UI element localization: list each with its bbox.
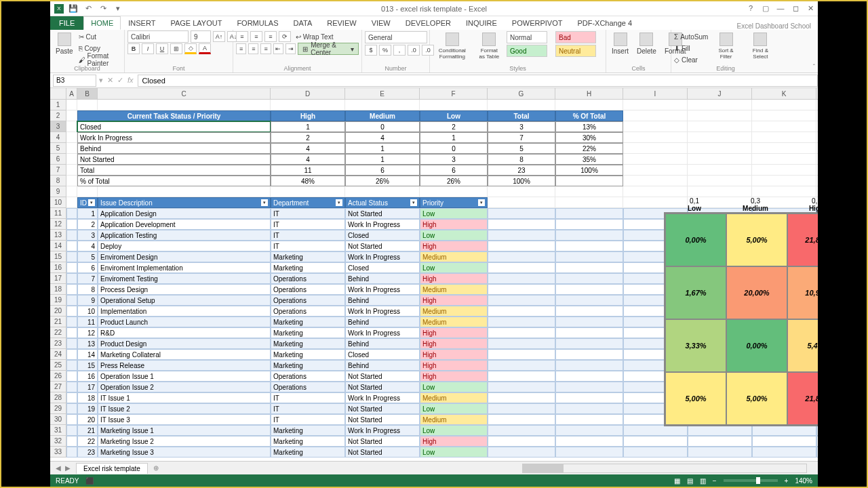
- row-header-13[interactable]: 13: [50, 230, 66, 241]
- cell-E13[interactable]: Closed: [345, 230, 420, 241]
- cell-B15[interactable]: 5: [77, 251, 98, 262]
- row-header-10[interactable]: 10: [50, 197, 66, 208]
- cell-D27[interactable]: Operations: [271, 382, 345, 392]
- cell-E28[interactable]: Work In Progress: [345, 392, 420, 403]
- cell-I4[interactable]: [623, 132, 688, 143]
- inc-decimal-icon[interactable]: .0: [408, 45, 420, 56]
- cell-J31[interactable]: [688, 425, 752, 436]
- select-all-corner[interactable]: [50, 88, 66, 100]
- cell-L31[interactable]: [816, 425, 818, 436]
- cell-H32[interactable]: [555, 436, 623, 447]
- cell-D24[interactable]: Marketing: [271, 349, 345, 360]
- cell-H26[interactable]: [555, 371, 623, 382]
- cell-H24[interactable]: [555, 349, 623, 360]
- cell-K5[interactable]: [752, 143, 816, 154]
- cell-H22[interactable]: [555, 327, 623, 338]
- cell-F26[interactable]: High: [420, 371, 488, 382]
- number-format-select[interactable]: General: [365, 31, 427, 43]
- cell-B23[interactable]: 13: [77, 338, 98, 349]
- ribbon-options-icon[interactable]: ▢: [761, 4, 770, 13]
- row-header-32[interactable]: 32: [50, 436, 66, 447]
- cell-A16[interactable]: [66, 262, 77, 273]
- underline-button[interactable]: U: [156, 43, 168, 54]
- minimize-icon[interactable]: —: [776, 4, 785, 13]
- cell-D15[interactable]: Marketing: [271, 251, 345, 262]
- cell-E26[interactable]: Not Started: [345, 371, 420, 382]
- cell-H5[interactable]: 22%: [555, 143, 623, 154]
- cell-D22[interactable]: Marketing: [271, 327, 345, 338]
- cell-D4[interactable]: 2: [271, 132, 345, 143]
- cell-I9[interactable]: [623, 186, 688, 197]
- cell-G18[interactable]: [488, 284, 555, 295]
- cell-K4[interactable]: [752, 132, 816, 143]
- cell-B28[interactable]: 18: [77, 392, 98, 403]
- cell-C23[interactable]: Product Design: [98, 338, 271, 349]
- macro-record-icon[interactable]: ⬛: [85, 477, 94, 485]
- cell-L8[interactable]: [816, 176, 818, 186]
- cell-C1[interactable]: [98, 100, 271, 110]
- cell-E11[interactable]: Not Started: [345, 208, 420, 219]
- cell-F2[interactable]: Low: [420, 110, 488, 121]
- cell-J3[interactable]: [688, 121, 752, 132]
- cell-A23[interactable]: [66, 338, 77, 349]
- cell-A10[interactable]: [66, 197, 77, 208]
- cell-D11[interactable]: IT: [271, 208, 345, 219]
- save-icon[interactable]: 💾: [68, 3, 79, 14]
- cell-G26[interactable]: [488, 371, 555, 382]
- name-box[interactable]: B3: [53, 75, 96, 87]
- percent-icon[interactable]: %: [379, 45, 391, 56]
- cell-J8[interactable]: [688, 176, 752, 186]
- cell-F13[interactable]: Low: [420, 230, 488, 241]
- cell-D12[interactable]: IT: [271, 219, 345, 230]
- cell-F27[interactable]: Low: [420, 382, 488, 392]
- cell-H28[interactable]: [555, 392, 623, 403]
- cell-G3[interactable]: 3: [488, 121, 555, 132]
- cell-H21[interactable]: [555, 317, 623, 327]
- currency-icon[interactable]: $: [365, 45, 377, 56]
- cell-G8[interactable]: 100%: [488, 176, 555, 186]
- cell-E25[interactable]: Behind: [345, 360, 420, 371]
- cell-D28[interactable]: IT: [271, 392, 345, 403]
- cell-A3[interactable]: [66, 121, 77, 132]
- cell-D2[interactable]: High: [271, 110, 345, 121]
- cell-L9[interactable]: [816, 186, 818, 197]
- cell-C15[interactable]: Enviroment Design: [98, 251, 271, 262]
- cell-H30[interactable]: [555, 414, 623, 425]
- cell-E4[interactable]: 4: [345, 132, 420, 143]
- cell-L4[interactable]: [816, 132, 818, 143]
- row-header-33[interactable]: 33: [50, 447, 66, 458]
- bold-button[interactable]: B: [127, 43, 140, 54]
- col-header-L[interactable]: L: [816, 88, 818, 100]
- row-header-5[interactable]: 5: [50, 143, 66, 154]
- orientation-icon[interactable]: ⟳: [279, 31, 291, 42]
- tab-inquire[interactable]: INQUIRE: [458, 16, 505, 30]
- cell-D9[interactable]: [271, 186, 345, 197]
- cell-F33[interactable]: Low: [420, 447, 488, 458]
- maximize-icon[interactable]: ◻: [791, 4, 800, 13]
- style-normal[interactable]: Normal: [507, 31, 547, 43]
- cell-D1[interactable]: [271, 100, 345, 110]
- cell-F31[interactable]: Low: [420, 425, 488, 436]
- cell-A26[interactable]: [66, 371, 77, 382]
- cell-H14[interactable]: [555, 241, 623, 251]
- cell-E2[interactable]: Medium: [345, 110, 420, 121]
- cell-H33[interactable]: [555, 447, 623, 458]
- cell-H8[interactable]: [555, 176, 623, 186]
- cell-D14[interactable]: IT: [271, 241, 345, 251]
- autosum-button[interactable]: Σ AutoSum: [674, 31, 708, 42]
- cell-D29[interactable]: IT: [271, 403, 345, 414]
- cell-C17[interactable]: Enviroment Testing: [98, 273, 271, 284]
- cell-B4[interactable]: Work In Progress: [77, 132, 271, 143]
- cell-J4[interactable]: [688, 132, 752, 143]
- cell-E19[interactable]: Behind: [345, 295, 420, 306]
- cell-H18[interactable]: [555, 284, 623, 295]
- cell-C22[interactable]: R&D: [98, 327, 271, 338]
- cell-D13[interactable]: IT: [271, 230, 345, 241]
- cell-L3[interactable]: [816, 121, 818, 132]
- cell-F3[interactable]: 2: [420, 121, 488, 132]
- cell-G15[interactable]: [488, 251, 555, 262]
- row-header-27[interactable]: 27: [50, 382, 66, 392]
- cell-B9[interactable]: [77, 186, 98, 197]
- cell-D3[interactable]: 1: [271, 121, 345, 132]
- merge-center-button[interactable]: ⊞ Merge & Center ▾: [298, 43, 359, 55]
